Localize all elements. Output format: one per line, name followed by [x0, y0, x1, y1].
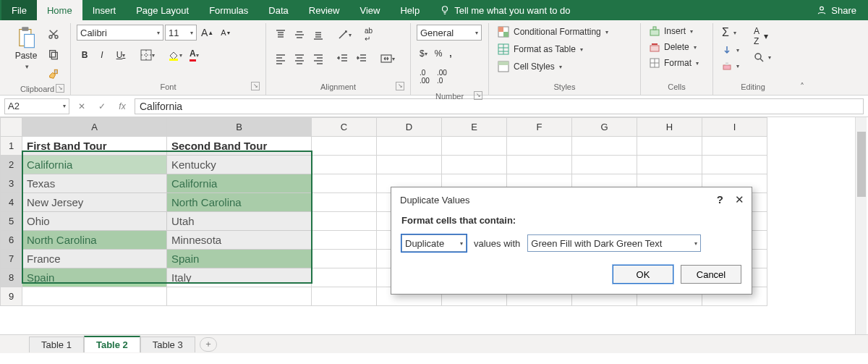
format-cells-button[interactable]: Format▾: [647, 56, 702, 69]
cell-A3[interactable]: Texas: [22, 174, 167, 193]
delete-cells-button[interactable]: Delete▾: [647, 41, 702, 54]
paste-button[interactable]: Paste: [10, 25, 42, 72]
name-box[interactable]: A2▾: [4, 98, 69, 114]
dialog-format-select[interactable]: Green Fill with Dark Green Text▾: [527, 234, 701, 252]
cell-A2[interactable]: California: [22, 156, 167, 174]
copy-button[interactable]: [45, 46, 62, 62]
col-header-I[interactable]: I: [702, 118, 767, 137]
col-header-C[interactable]: C: [312, 118, 377, 137]
format-painter-button[interactable]: [45, 67, 62, 82]
col-header-B[interactable]: B: [167, 118, 312, 137]
italic-button[interactable]: I: [94, 46, 110, 64]
tab-page-layout[interactable]: Page Layout: [126, 0, 199, 20]
decrease-font-button[interactable]: A▼: [218, 25, 234, 41]
fx-icon[interactable]: fx: [114, 101, 130, 111]
fill-color-button[interactable]: ▾: [165, 46, 185, 64]
autosum-button[interactable]: Σ▾: [719, 25, 742, 41]
align-right-button[interactable]: [310, 51, 327, 67]
share-button[interactable]: Share: [805, 0, 868, 20]
cell[interactable]: [312, 250, 377, 268]
merge-center-button[interactable]: ▾: [378, 51, 398, 67]
format-as-table-button[interactable]: Format as Table▾: [495, 42, 611, 56]
find-select-button[interactable]: ▾: [751, 51, 774, 64]
decrease-decimal-button[interactable]: .00.0: [434, 67, 450, 87]
font-launcher[interactable]: ↘: [251, 82, 260, 90]
cell-B5[interactable]: Utah: [167, 212, 312, 231]
formula-input[interactable]: California: [135, 98, 864, 114]
wrap-text-button[interactable]: ab↵: [362, 25, 375, 45]
cell-styles-button[interactable]: Cell Styles▾: [495, 59, 611, 74]
underline-button[interactable]: U ▾: [111, 46, 130, 64]
dialog-duplicate-select[interactable]: Duplicate▾: [401, 234, 467, 252]
dialog-close-button[interactable]: ✕: [735, 193, 744, 206]
tab-file[interactable]: File: [1, 0, 37, 20]
cell[interactable]: [312, 174, 377, 193]
cell-B2[interactable]: Kentucky: [167, 156, 312, 174]
number-launcher[interactable]: ↘: [474, 91, 482, 100]
enter-formula-button[interactable]: ✓: [94, 101, 110, 111]
percent-button[interactable]: %: [432, 46, 446, 61]
comma-button[interactable]: ,: [446, 46, 454, 61]
cell[interactable]: [312, 137, 377, 156]
row-header-5[interactable]: 5: [1, 212, 22, 231]
cut-button[interactable]: [45, 26, 62, 42]
cell[interactable]: [507, 156, 572, 174]
dialog-ok-button[interactable]: OK: [613, 265, 673, 284]
sort-filter-button[interactable]: AZ▾: [751, 25, 774, 48]
scrollbar-thumb[interactable]: [857, 132, 866, 197]
sheet-tab-table3[interactable]: Table 3: [140, 337, 195, 352]
cell-B1[interactable]: Second Band Tour: [167, 137, 312, 156]
align-bottom-button[interactable]: [310, 25, 327, 45]
cell[interactable]: [637, 137, 702, 156]
increase-decimal-button[interactable]: .0.00: [417, 67, 433, 87]
increase-font-button[interactable]: A▲: [198, 25, 216, 41]
cell-B8[interactable]: Italy: [167, 268, 312, 287]
sheet-tab-table2[interactable]: Table 2: [84, 336, 140, 352]
col-header-D[interactable]: D: [377, 118, 442, 137]
cell[interactable]: [572, 156, 637, 174]
font-color-button[interactable]: A▾: [187, 46, 202, 64]
cancel-formula-button[interactable]: ✕: [74, 101, 90, 111]
tab-home[interactable]: Home: [37, 0, 82, 20]
cell[interactable]: [507, 137, 572, 156]
cell[interactable]: [377, 137, 442, 156]
row-header-4[interactable]: 4: [1, 193, 22, 212]
collapse-ribbon-button[interactable]: ˄: [793, 79, 812, 95]
row-header-2[interactable]: 2: [1, 156, 22, 174]
cell[interactable]: [702, 156, 767, 174]
decrease-indent-button[interactable]: [334, 51, 352, 67]
cell[interactable]: [312, 156, 377, 174]
tab-data[interactable]: Data: [258, 0, 298, 20]
align-top-button[interactable]: [272, 25, 289, 45]
bold-button[interactable]: B: [77, 46, 93, 64]
cell-B3[interactable]: California: [167, 174, 312, 193]
col-header-H[interactable]: H: [637, 118, 702, 137]
conditional-formatting-button[interactable]: Conditional Formatting▾: [495, 25, 611, 39]
font-name-select[interactable]: Calibri▾: [77, 25, 163, 41]
new-sheet-button[interactable]: ＋: [200, 337, 217, 352]
cell[interactable]: [572, 137, 637, 156]
increase-indent-button[interactable]: [353, 51, 370, 67]
align-middle-button[interactable]: [291, 25, 308, 45]
tab-help[interactable]: Help: [390, 0, 430, 20]
cell[interactable]: [312, 287, 377, 306]
dialog-help-button[interactable]: ?: [717, 193, 723, 206]
cell-A5[interactable]: Ohio: [22, 212, 167, 231]
tab-insert[interactable]: Insert: [82, 0, 127, 20]
cell[interactable]: [702, 137, 767, 156]
clear-button[interactable]: ▾: [719, 59, 742, 72]
col-header-G[interactable]: G: [572, 118, 637, 137]
cell[interactable]: [637, 156, 702, 174]
insert-cells-button[interactable]: Insert▾: [647, 25, 702, 38]
cell[interactable]: [442, 137, 507, 156]
col-header-A[interactable]: A: [22, 118, 167, 137]
cell[interactable]: [442, 156, 507, 174]
clipboard-launcher[interactable]: ↘: [56, 84, 64, 93]
cell-A1[interactable]: First Band Tour: [22, 137, 167, 156]
cell[interactable]: [167, 287, 312, 306]
number-format-select[interactable]: General▾: [417, 25, 482, 41]
tab-review[interactable]: Review: [299, 0, 350, 20]
align-center-button[interactable]: [291, 51, 308, 67]
col-header-E[interactable]: E: [442, 118, 507, 137]
cell[interactable]: [312, 268, 377, 287]
